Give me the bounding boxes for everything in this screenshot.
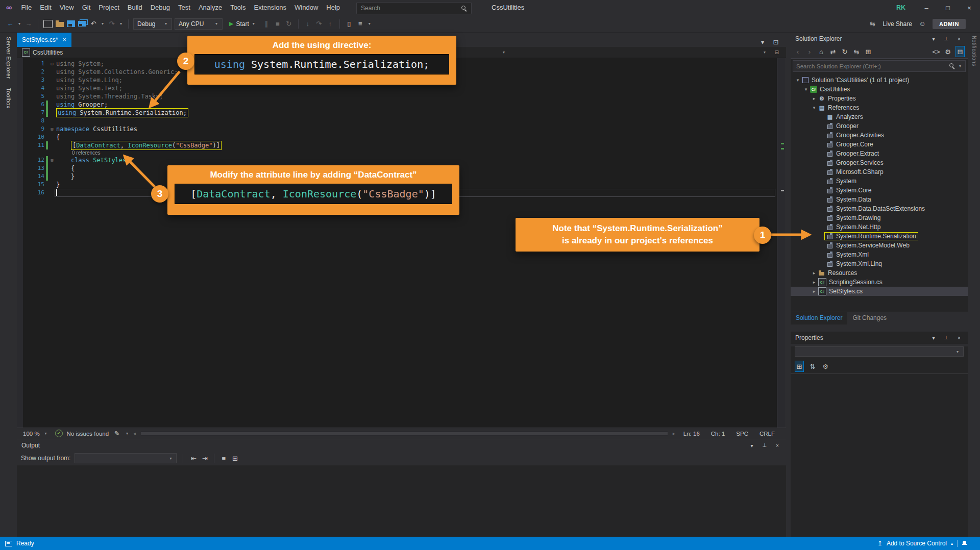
expander-icon[interactable]: ▸ [811, 270, 817, 276]
breadcrumb-project[interactable]: CssUtilities [33, 49, 63, 56]
property-pages-icon[interactable]: ⚙ [821, 361, 829, 371]
maximize-button[interactable]: □ [937, 0, 959, 15]
side-tab-server-explorer[interactable]: Server Explorer [6, 37, 12, 79]
view-code-icon[interactable]: <> [932, 46, 940, 57]
back-icon[interactable]: ‹ [794, 46, 802, 57]
column-indicator[interactable]: Ch: 1 [711, 431, 725, 437]
task-list-icon[interactable]: ≡ [356, 19, 364, 29]
toggle-word-wrap-icon[interactable]: ⊞ [231, 453, 239, 463]
zoom-dropdown[interactable]: 100 % ▾ [20, 429, 51, 439]
scroll-right-icon[interactable]: ▸ [673, 431, 675, 436]
switch-views-icon[interactable]: ⇄ [829, 46, 837, 57]
pin-icon[interactable]: ⊤ [942, 333, 950, 343]
menu-view[interactable]: View [56, 0, 78, 15]
horizontal-scrollbar[interactable] [141, 431, 668, 436]
step-out-icon[interactable]: ↑ [326, 19, 334, 29]
side-tab-notifications[interactable]: Notifications [971, 36, 977, 66]
configuration-dropdown[interactable]: Debug▾ [133, 18, 172, 30]
expander-icon[interactable]: ▾ [795, 78, 801, 83]
properties-object-dropdown[interactable]: ▾ [795, 346, 964, 357]
no-issues-icon[interactable]: ✔ [55, 430, 63, 437]
global-search-box[interactable]: Search [356, 2, 472, 14]
fold-icon[interactable]: ⊟ [48, 156, 56, 164]
pause-icon[interactable]: ∥ [262, 19, 271, 29]
save-all-icon[interactable] [78, 21, 86, 27]
clear-all-icon[interactable]: ≡ [219, 453, 228, 463]
tree-item-cssutilities[interactable]: ▾C#CssUtilities [791, 85, 968, 94]
step-into-icon[interactable]: ↓ [304, 19, 312, 29]
menu-project[interactable]: Project [94, 0, 123, 15]
code-cleanup-icon[interactable]: ✎ [113, 429, 121, 439]
window-position-caret-icon[interactable]: ▾ [929, 34, 938, 44]
notifications-bell-icon[interactable] [962, 540, 968, 546]
navbar-split-icon[interactable]: ⊟ [775, 47, 779, 58]
background-tasks-icon[interactable] [5, 541, 12, 546]
tree-item-resources[interactable]: ▸Resources [791, 268, 968, 278]
navigate-back-caret-icon[interactable]: ▾ [17, 19, 21, 29]
platform-dropdown[interactable]: Any CPU▾ [175, 18, 223, 30]
code-cleanup-caret-icon[interactable]: ▾ [125, 429, 129, 439]
collapse-all-icon[interactable]: ⊟ [955, 46, 965, 57]
code-line-12[interactable]: 12⊟ class SetStyles [17, 156, 777, 164]
refresh-icon[interactable]: ↻ [841, 46, 849, 57]
open-file-icon[interactable] [56, 22, 64, 27]
code-line-11[interactable]: 11 [DataContract, IconResource("CssBadge… [17, 141, 777, 149]
start-debugging-button[interactable]: ▶ Start ▾ [225, 18, 260, 30]
tree-item-grooper-activities[interactable]: Grooper.Activities [791, 131, 968, 140]
close-icon[interactable]: × [955, 333, 963, 343]
tree-item-solution-cssutilities-1-of-1-project-[interactable]: ▾Solution 'CssUtilities' (1 of 1 project… [791, 76, 968, 85]
tree-item-properties[interactable]: ▸⚙Properties [791, 94, 968, 103]
horizontal-scrollbar-thumb[interactable] [141, 432, 668, 435]
code-line-4[interactable]: 4using System.Text; [17, 84, 777, 92]
menu-test[interactable]: Test [174, 0, 194, 15]
save-icon[interactable] [67, 20, 75, 27]
project-dropdown-caret-icon[interactable]: ▾ [503, 47, 505, 58]
add-to-source-control-button[interactable]: Add to Source Control [887, 540, 947, 547]
navigate-forward-icon[interactable]: → [24, 19, 33, 29]
account-avatar[interactable]: RK [896, 4, 905, 11]
tree-item-system-runtime-serialization[interactable]: System.Runtime.Serialization [791, 232, 968, 241]
next-message-icon[interactable]: ⇥ [201, 453, 209, 463]
code-line-6[interactable]: 6using Grooper; [17, 101, 777, 109]
tree-item-system-xml[interactable]: System.Xml [791, 250, 968, 259]
code-line-8[interactable]: 8 [17, 117, 777, 125]
editor-vertical-scrollbar[interactable] [777, 58, 785, 428]
side-tab-toolbox[interactable]: Toolbox [6, 88, 12, 109]
tree-item-microsoft-csharp[interactable]: Microsoft.CSharp [791, 167, 968, 177]
bookmark-icon[interactable]: ▯ [345, 19, 353, 29]
categorized-icon[interactable]: ⊞ [795, 361, 804, 372]
menu-build[interactable]: Build [124, 0, 146, 15]
expander-icon[interactable]: ▸ [811, 280, 817, 285]
pin-icon[interactable]: ⊤ [942, 34, 950, 44]
search-options-caret-icon[interactable]: ▾ [958, 61, 962, 71]
alphabetical-icon[interactable]: ⇅ [808, 361, 817, 371]
tab-close-icon[interactable]: × [63, 36, 66, 43]
admin-badge[interactable]: ADMIN [933, 19, 966, 29]
menu-git[interactable]: Git [78, 0, 95, 15]
expander-icon[interactable]: ▾ [811, 105, 817, 110]
solution-search-box[interactable]: Search Solution Explorer (Ctrl+;) ▾ [793, 60, 966, 72]
tree-item-system[interactable]: System [791, 177, 968, 186]
properties-icon[interactable]: ⚙ [944, 46, 952, 57]
home-icon[interactable]: ⌂ [817, 46, 825, 57]
scroll-left-icon[interactable]: ◂ [133, 431, 136, 436]
tree-item-system-net-http[interactable]: System.Net.Http [791, 222, 968, 232]
undo-caret-icon[interactable]: ▾ [101, 19, 105, 29]
tree-item-grooper-core[interactable]: Grooper.Core [791, 140, 968, 149]
menu-edit[interactable]: Edit [36, 0, 55, 15]
step-over-icon[interactable]: ↷ [315, 19, 323, 29]
close-button[interactable]: × [959, 0, 980, 15]
menu-debug[interactable]: Debug [146, 0, 174, 15]
forward-icon[interactable]: › [805, 46, 814, 57]
pin-icon[interactable]: ⊤ [761, 440, 769, 451]
spaces-indicator[interactable]: SPC [736, 431, 748, 437]
tab-git-changes[interactable]: Git Changes [847, 312, 892, 324]
window-position-caret-icon[interactable]: ▾ [748, 440, 756, 451]
show-all-files-icon[interactable]: ⊞ [864, 46, 872, 57]
expander-icon[interactable]: ▸ [811, 96, 817, 101]
sync-with-active-document-icon[interactable]: ⇆ [852, 46, 861, 57]
undo-icon[interactable]: ↶ [89, 19, 97, 29]
menu-window[interactable]: Window [290, 0, 322, 15]
expander-icon[interactable]: ▸ [811, 289, 817, 294]
issues-label[interactable]: No issues found [67, 431, 109, 437]
